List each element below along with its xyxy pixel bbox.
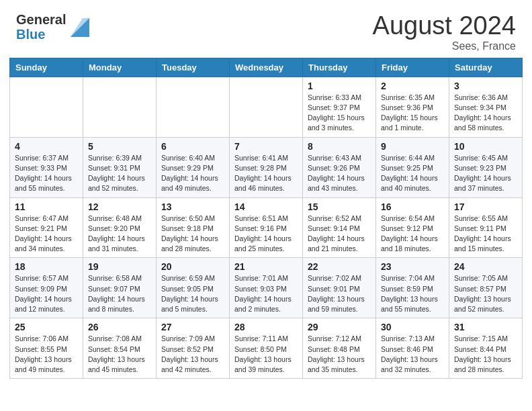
svg-marker-1 <box>71 18 89 37</box>
day-info: Sunrise: 6:45 AMSunset: 9:23 PMDaylight:… <box>454 153 517 194</box>
col-monday: Monday <box>83 58 157 77</box>
day-info: Sunrise: 6:59 AMSunset: 9:05 PMDaylight:… <box>161 273 224 314</box>
logo-icon <box>71 18 89 37</box>
day-number: 1 <box>308 81 371 91</box>
calendar-cell <box>83 77 157 137</box>
day-number: 11 <box>15 201 78 212</box>
calendar-cell: 4Sunrise: 6:37 AMSunset: 9:33 PMDaylight… <box>10 137 83 197</box>
calendar-cell: 14Sunrise: 6:51 AMSunset: 9:16 PMDayligh… <box>230 197 303 258</box>
calendar-cell: 8Sunrise: 6:43 AMSunset: 9:26 PMDaylight… <box>303 137 376 197</box>
calendar-cell: 30Sunrise: 7:13 AMSunset: 8:46 PMDayligh… <box>376 318 449 379</box>
calendar-cell: 16Sunrise: 6:54 AMSunset: 9:12 PMDayligh… <box>376 197 449 258</box>
day-info: Sunrise: 6:44 AMSunset: 9:25 PMDaylight:… <box>381 153 444 194</box>
calendar-cell: 29Sunrise: 7:12 AMSunset: 8:48 PMDayligh… <box>303 318 376 379</box>
day-number: 6 <box>161 141 224 152</box>
calendar-cell: 15Sunrise: 6:52 AMSunset: 9:14 PMDayligh… <box>303 197 376 258</box>
day-number: 14 <box>234 201 298 212</box>
day-number: 15 <box>308 201 371 212</box>
day-info: Sunrise: 6:48 AMSunset: 9:20 PMDaylight:… <box>88 214 151 255</box>
day-number: 5 <box>88 141 151 152</box>
day-number: 22 <box>308 261 371 272</box>
calendar-cell: 19Sunrise: 6:58 AMSunset: 9:07 PMDayligh… <box>83 258 157 318</box>
day-number: 4 <box>15 141 78 152</box>
day-info: Sunrise: 6:47 AMSunset: 9:21 PMDaylight:… <box>15 214 78 255</box>
day-number: 24 <box>454 261 517 272</box>
day-info: Sunrise: 6:36 AMSunset: 9:34 PMDaylight:… <box>454 93 517 134</box>
calendar-cell: 6Sunrise: 6:40 AMSunset: 9:29 PMDaylight… <box>157 137 230 197</box>
calendar-cell: 22Sunrise: 7:02 AMSunset: 9:01 PMDayligh… <box>303 258 376 318</box>
day-info: Sunrise: 7:11 AMSunset: 8:50 PMDaylight:… <box>234 334 298 375</box>
calendar-cell: 28Sunrise: 7:11 AMSunset: 8:50 PMDayligh… <box>230 318 303 379</box>
calendar-cell: 31Sunrise: 7:15 AMSunset: 8:44 PMDayligh… <box>449 318 523 379</box>
day-number: 3 <box>454 81 517 91</box>
calendar-cell: 9Sunrise: 6:44 AMSunset: 9:25 PMDaylight… <box>376 137 449 197</box>
day-number: 16 <box>381 201 444 212</box>
page-header: General Blue August 2024 Sees, France <box>0 0 532 58</box>
calendar-cell: 26Sunrise: 7:08 AMSunset: 8:54 PMDayligh… <box>83 318 157 379</box>
calendar-cell: 21Sunrise: 7:01 AMSunset: 9:03 PMDayligh… <box>230 258 303 318</box>
calendar-cell: 23Sunrise: 7:04 AMSunset: 8:59 PMDayligh… <box>376 258 449 318</box>
calendar-week-row: 4Sunrise: 6:37 AMSunset: 9:33 PMDaylight… <box>10 137 523 197</box>
calendar-cell: 3Sunrise: 6:36 AMSunset: 9:34 PMDaylight… <box>449 77 523 137</box>
day-number: 28 <box>234 322 298 332</box>
calendar-cell: 18Sunrise: 6:57 AMSunset: 9:09 PMDayligh… <box>10 258 83 318</box>
day-number: 7 <box>234 141 298 152</box>
calendar-cell: 25Sunrise: 7:06 AMSunset: 8:55 PMDayligh… <box>10 318 83 379</box>
calendar-cell: 27Sunrise: 7:09 AMSunset: 8:52 PMDayligh… <box>157 318 230 379</box>
day-info: Sunrise: 6:40 AMSunset: 9:29 PMDaylight:… <box>161 153 224 194</box>
day-info: Sunrise: 6:58 AMSunset: 9:07 PMDaylight:… <box>88 273 151 314</box>
day-info: Sunrise: 6:35 AMSunset: 9:36 PMDaylight:… <box>381 93 444 134</box>
calendar-cell: 13Sunrise: 6:50 AMSunset: 9:18 PMDayligh… <box>157 197 230 258</box>
calendar-header-row: Sunday Monday Tuesday Wednesday Thursday… <box>10 58 523 77</box>
logo-general: General <box>16 12 66 27</box>
col-wednesday: Wednesday <box>230 58 303 77</box>
day-info: Sunrise: 6:55 AMSunset: 9:11 PMDaylight:… <box>454 214 517 255</box>
calendar-cell: 2Sunrise: 6:35 AMSunset: 9:36 PMDaylight… <box>376 77 449 137</box>
month-year-title: August 2024 <box>373 12 516 40</box>
day-number: 17 <box>454 201 517 212</box>
calendar-week-row: 18Sunrise: 6:57 AMSunset: 9:09 PMDayligh… <box>10 258 523 318</box>
calendar-cell: 17Sunrise: 6:55 AMSunset: 9:11 PMDayligh… <box>449 197 523 258</box>
day-info: Sunrise: 6:39 AMSunset: 9:31 PMDaylight:… <box>88 153 151 194</box>
day-info: Sunrise: 6:50 AMSunset: 9:18 PMDaylight:… <box>161 214 224 255</box>
day-number: 2 <box>381 81 444 91</box>
day-info: Sunrise: 6:43 AMSunset: 9:26 PMDaylight:… <box>308 153 371 194</box>
day-number: 25 <box>15 322 78 332</box>
logo: General Blue <box>16 12 89 42</box>
col-friday: Friday <box>376 58 449 77</box>
day-number: 19 <box>88 261 151 272</box>
calendar-cell: 12Sunrise: 6:48 AMSunset: 9:20 PMDayligh… <box>83 197 157 258</box>
day-info: Sunrise: 6:37 AMSunset: 9:33 PMDaylight:… <box>15 153 78 194</box>
day-number: 8 <box>308 141 371 152</box>
day-info: Sunrise: 6:54 AMSunset: 9:12 PMDaylight:… <box>381 214 444 255</box>
day-info: Sunrise: 7:08 AMSunset: 8:54 PMDaylight:… <box>88 334 151 375</box>
day-number: 27 <box>161 322 224 332</box>
calendar-wrapper: Sunday Monday Tuesday Wednesday Thursday… <box>0 58 532 388</box>
calendar-cell: 20Sunrise: 6:59 AMSunset: 9:05 PMDayligh… <box>157 258 230 318</box>
day-number: 12 <box>88 201 151 212</box>
col-thursday: Thursday <box>303 58 376 77</box>
day-info: Sunrise: 6:33 AMSunset: 9:37 PMDaylight:… <box>308 93 371 134</box>
day-info: Sunrise: 7:06 AMSunset: 8:55 PMDaylight:… <box>15 334 78 375</box>
calendar-cell <box>157 77 230 137</box>
day-info: Sunrise: 6:57 AMSunset: 9:09 PMDaylight:… <box>15 273 78 314</box>
calendar-table: Sunday Monday Tuesday Wednesday Thursday… <box>9 58 523 379</box>
col-saturday: Saturday <box>449 58 523 77</box>
title-block: August 2024 Sees, France <box>373 12 516 52</box>
day-info: Sunrise: 7:12 AMSunset: 8:48 PMDaylight:… <box>308 334 371 375</box>
calendar-cell: 11Sunrise: 6:47 AMSunset: 9:21 PMDayligh… <box>10 197 83 258</box>
day-info: Sunrise: 6:52 AMSunset: 9:14 PMDaylight:… <box>308 214 371 255</box>
day-number: 31 <box>454 322 517 332</box>
day-info: Sunrise: 7:04 AMSunset: 8:59 PMDaylight:… <box>381 273 444 314</box>
day-number: 9 <box>381 141 444 152</box>
calendar-cell: 7Sunrise: 6:41 AMSunset: 9:28 PMDaylight… <box>230 137 303 197</box>
day-number: 10 <box>454 141 517 152</box>
day-number: 30 <box>381 322 444 332</box>
day-info: Sunrise: 7:15 AMSunset: 8:44 PMDaylight:… <box>454 334 517 375</box>
day-info: Sunrise: 6:41 AMSunset: 9:28 PMDaylight:… <box>234 153 298 194</box>
day-info: Sunrise: 7:05 AMSunset: 8:57 PMDaylight:… <box>454 273 517 314</box>
day-number: 26 <box>88 322 151 332</box>
calendar-week-row: 11Sunrise: 6:47 AMSunset: 9:21 PMDayligh… <box>10 197 523 258</box>
day-info: Sunrise: 7:01 AMSunset: 9:03 PMDaylight:… <box>234 273 298 314</box>
calendar-cell <box>230 77 303 137</box>
